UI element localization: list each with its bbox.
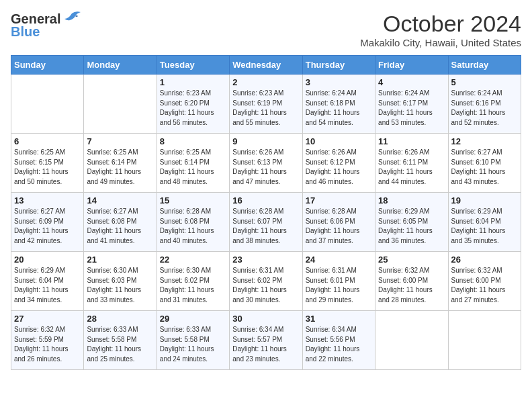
day-number: 24 <box>306 255 372 265</box>
logo: General Blue <box>11 11 83 40</box>
day-info: Sunrise: 6:24 AMSunset: 6:18 PMDaylight:… <box>306 89 372 128</box>
day-number: 14 <box>87 195 153 205</box>
calendar-cell-w3-d4: 16Sunrise: 6:28 AMSunset: 6:07 PMDayligh… <box>230 193 302 252</box>
calendar-cell-w4-d3: 22Sunrise: 6:30 AMSunset: 6:02 PMDayligh… <box>157 252 229 311</box>
calendar-week-5: 27Sunrise: 6:32 AMSunset: 5:59 PMDayligh… <box>11 311 521 370</box>
day-info: Sunrise: 6:31 AMSunset: 6:02 PMDaylight:… <box>232 266 299 305</box>
day-info: Sunrise: 6:25 AMSunset: 6:15 PMDaylight:… <box>14 148 81 187</box>
day-info: Sunrise: 6:32 AMSunset: 6:00 PMDaylight:… <box>451 266 518 305</box>
calendar-cell-w1-d5: 3Sunrise: 6:24 AMSunset: 6:18 PMDaylight… <box>302 75 375 134</box>
logo-blue: Blue <box>11 24 40 40</box>
header-monday: Monday <box>84 56 157 75</box>
calendar-cell-w2-d6: 11Sunrise: 6:26 AMSunset: 6:11 PMDayligh… <box>375 134 448 193</box>
weekday-header-row: Sunday Monday Tuesday Wednesday Thursday… <box>11 56 521 75</box>
calendar-cell-w4-d4: 23Sunrise: 6:31 AMSunset: 6:02 PMDayligh… <box>230 252 302 311</box>
calendar-cell-w1-d4: 2Sunrise: 6:23 AMSunset: 6:19 PMDaylight… <box>230 75 302 134</box>
calendar-cell-w1-d3: 1Sunrise: 6:23 AMSunset: 6:20 PMDaylight… <box>157 75 229 134</box>
calendar-cell-w5-d1: 27Sunrise: 6:32 AMSunset: 5:59 PMDayligh… <box>11 311 84 370</box>
day-info: Sunrise: 6:34 AMSunset: 5:57 PMDaylight:… <box>232 325 299 364</box>
calendar-cell-w4-d7: 26Sunrise: 6:32 AMSunset: 6:00 PMDayligh… <box>448 252 521 311</box>
calendar-week-3: 13Sunrise: 6:27 AMSunset: 6:09 PMDayligh… <box>11 193 521 252</box>
day-info: Sunrise: 6:32 AMSunset: 5:59 PMDaylight:… <box>14 325 81 364</box>
day-number: 29 <box>160 314 226 324</box>
calendar-cell-w3-d3: 15Sunrise: 6:28 AMSunset: 6:08 PMDayligh… <box>157 193 229 252</box>
day-number: 22 <box>160 255 226 265</box>
calendar-cell-w4-d2: 21Sunrise: 6:30 AMSunset: 6:03 PMDayligh… <box>84 252 157 311</box>
calendar-cell-w1-d7: 5Sunrise: 6:24 AMSunset: 6:16 PMDaylight… <box>448 75 521 134</box>
calendar-cell-w2-d5: 10Sunrise: 6:26 AMSunset: 6:12 PMDayligh… <box>302 134 375 193</box>
calendar-cell-w1-d2 <box>84 75 157 134</box>
day-number: 17 <box>306 195 372 205</box>
day-number: 4 <box>378 77 445 87</box>
day-number: 19 <box>451 195 518 205</box>
day-info: Sunrise: 6:25 AMSunset: 6:14 PMDaylight:… <box>87 148 153 187</box>
logo-bird-icon <box>62 11 82 27</box>
day-number: 30 <box>232 314 299 324</box>
calendar-cell-w5-d6 <box>375 311 448 370</box>
day-number: 23 <box>232 255 299 265</box>
calendar-cell-w2-d1: 6Sunrise: 6:25 AMSunset: 6:15 PMDaylight… <box>11 134 84 193</box>
day-number: 11 <box>378 136 445 146</box>
calendar-cell-w5-d5: 31Sunrise: 6:34 AMSunset: 5:56 PMDayligh… <box>302 311 375 370</box>
day-info: Sunrise: 6:29 AMSunset: 6:04 PMDaylight:… <box>451 207 518 246</box>
day-info: Sunrise: 6:23 AMSunset: 6:20 PMDaylight:… <box>160 89 226 128</box>
header-wednesday: Wednesday <box>230 56 302 75</box>
calendar-table: Sunday Monday Tuesday Wednesday Thursday… <box>11 55 521 370</box>
day-number: 20 <box>14 255 81 265</box>
day-number: 27 <box>14 314 81 324</box>
title-section: October 2024 Makakilo City, Hawaii, Unit… <box>360 11 521 48</box>
calendar-cell-w2-d4: 9Sunrise: 6:26 AMSunset: 6:13 PMDaylight… <box>230 134 302 193</box>
day-number: 31 <box>306 314 372 324</box>
day-number: 7 <box>87 136 153 146</box>
calendar-week-1: 1Sunrise: 6:23 AMSunset: 6:20 PMDaylight… <box>11 75 521 134</box>
page-header: General Blue October 2024 Makakilo City,… <box>11 11 521 48</box>
day-number: 28 <box>87 314 153 324</box>
day-info: Sunrise: 6:30 AMSunset: 6:02 PMDaylight:… <box>160 266 226 305</box>
calendar-cell-w3-d2: 14Sunrise: 6:27 AMSunset: 6:08 PMDayligh… <box>84 193 157 252</box>
calendar-cell-w2-d3: 8Sunrise: 6:25 AMSunset: 6:14 PMDaylight… <box>157 134 229 193</box>
calendar-cell-w5-d4: 30Sunrise: 6:34 AMSunset: 5:57 PMDayligh… <box>230 311 302 370</box>
calendar-cell-w4-d5: 24Sunrise: 6:31 AMSunset: 6:01 PMDayligh… <box>302 252 375 311</box>
calendar-cell-w3-d7: 19Sunrise: 6:29 AMSunset: 6:04 PMDayligh… <box>448 193 521 252</box>
day-info: Sunrise: 6:27 AMSunset: 6:10 PMDaylight:… <box>451 148 518 187</box>
day-number: 6 <box>14 136 81 146</box>
day-number: 25 <box>378 255 445 265</box>
day-info: Sunrise: 6:24 AMSunset: 6:17 PMDaylight:… <box>378 89 445 128</box>
day-info: Sunrise: 6:27 AMSunset: 6:08 PMDaylight:… <box>87 207 153 246</box>
day-info: Sunrise: 6:33 AMSunset: 5:58 PMDaylight:… <box>160 325 226 364</box>
calendar-cell-w4-d1: 20Sunrise: 6:29 AMSunset: 6:04 PMDayligh… <box>11 252 84 311</box>
calendar-cell-w4-d6: 25Sunrise: 6:32 AMSunset: 6:00 PMDayligh… <box>375 252 448 311</box>
calendar-cell-w3-d5: 17Sunrise: 6:28 AMSunset: 6:06 PMDayligh… <box>302 193 375 252</box>
day-info: Sunrise: 6:29 AMSunset: 6:04 PMDaylight:… <box>14 266 81 305</box>
day-number: 1 <box>160 77 226 87</box>
day-info: Sunrise: 6:24 AMSunset: 6:16 PMDaylight:… <box>451 89 518 128</box>
calendar-cell-w2-d7: 12Sunrise: 6:27 AMSunset: 6:10 PMDayligh… <box>448 134 521 193</box>
header-tuesday: Tuesday <box>157 56 229 75</box>
day-number: 26 <box>451 255 518 265</box>
calendar-week-4: 20Sunrise: 6:29 AMSunset: 6:04 PMDayligh… <box>11 252 521 311</box>
day-number: 10 <box>306 136 372 146</box>
header-saturday: Saturday <box>448 56 521 75</box>
day-info: Sunrise: 6:33 AMSunset: 5:58 PMDaylight:… <box>87 325 153 364</box>
calendar-cell-w1-d1 <box>11 75 84 134</box>
day-info: Sunrise: 6:28 AMSunset: 6:06 PMDaylight:… <box>306 207 372 246</box>
calendar-week-2: 6Sunrise: 6:25 AMSunset: 6:15 PMDaylight… <box>11 134 521 193</box>
day-number: 21 <box>87 255 153 265</box>
day-info: Sunrise: 6:23 AMSunset: 6:19 PMDaylight:… <box>232 89 299 128</box>
day-number: 9 <box>232 136 299 146</box>
calendar-cell-w5-d2: 28Sunrise: 6:33 AMSunset: 5:58 PMDayligh… <box>84 311 157 370</box>
day-info: Sunrise: 6:26 AMSunset: 6:11 PMDaylight:… <box>378 148 445 187</box>
header-friday: Friday <box>375 56 448 75</box>
day-number: 12 <box>451 136 518 146</box>
header-thursday: Thursday <box>302 56 375 75</box>
calendar-cell-w3-d6: 18Sunrise: 6:29 AMSunset: 6:05 PMDayligh… <box>375 193 448 252</box>
day-info: Sunrise: 6:30 AMSunset: 6:03 PMDaylight:… <box>87 266 153 305</box>
day-info: Sunrise: 6:32 AMSunset: 6:00 PMDaylight:… <box>378 266 445 305</box>
day-number: 13 <box>14 195 81 205</box>
month-title: October 2024 <box>360 11 521 37</box>
calendar-cell-w2-d2: 7Sunrise: 6:25 AMSunset: 6:14 PMDaylight… <box>84 134 157 193</box>
day-info: Sunrise: 6:28 AMSunset: 6:07 PMDaylight:… <box>232 207 299 246</box>
day-number: 3 <box>306 77 372 87</box>
day-info: Sunrise: 6:34 AMSunset: 5:56 PMDaylight:… <box>306 325 372 364</box>
calendar-cell-w1-d6: 4Sunrise: 6:24 AMSunset: 6:17 PMDaylight… <box>375 75 448 134</box>
